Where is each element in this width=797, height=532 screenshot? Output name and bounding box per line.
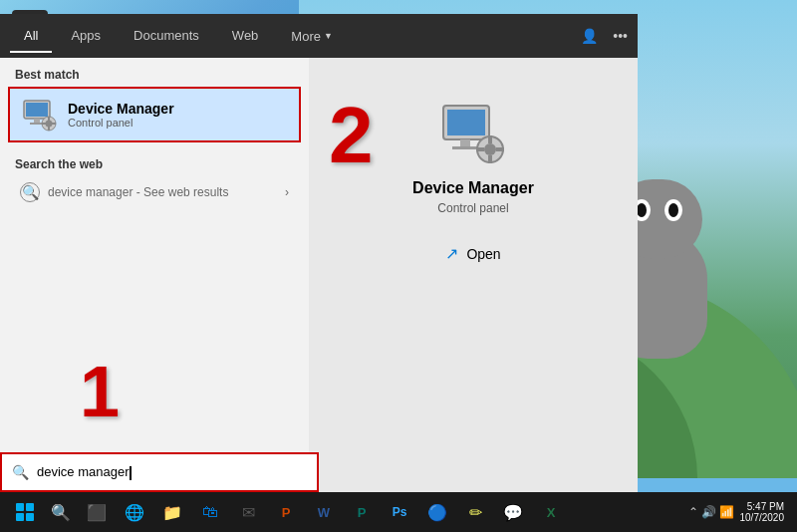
svg-point-5	[46, 121, 53, 128]
svg-rect-11	[447, 110, 485, 135]
chrome-icon[interactable]: 🔵	[419, 494, 455, 530]
right-app-name: Device Manager	[412, 179, 534, 197]
open-label: Open	[466, 246, 500, 262]
tab-more[interactable]: More ▼	[277, 21, 347, 52]
svg-rect-13	[452, 146, 478, 149]
excel-icon[interactable]: X	[533, 494, 569, 530]
publisher-icon[interactable]: P	[344, 494, 380, 530]
best-match-label: Best match	[0, 58, 309, 87]
open-icon: ↗	[445, 244, 458, 263]
tab-web[interactable]: Web	[218, 20, 273, 53]
svg-rect-2	[34, 119, 40, 123]
mail-icon[interactable]: ✉	[230, 494, 266, 530]
tab-documents[interactable]: Documents	[120, 20, 213, 53]
device-manager-icon	[22, 97, 58, 133]
best-match-text: Device Manager Control panel	[68, 101, 174, 129]
menu-tabs-right: 👤 •••	[581, 28, 628, 44]
right-arrow-icon: ›	[285, 185, 289, 199]
chevron-down-icon: ▼	[324, 31, 333, 41]
search-icon: 🔍	[12, 464, 29, 480]
pen-icon[interactable]: ✏	[457, 494, 493, 530]
search-input-value[interactable]: device manager	[37, 464, 307, 480]
file-explorer-icon[interactable]: 📁	[154, 494, 190, 530]
tab-apps[interactable]: Apps	[57, 20, 115, 53]
svg-rect-6	[48, 117, 50, 121]
taskbar-clock[interactable]: 5:47 PM 10/7/2020	[740, 501, 785, 523]
edge-icon[interactable]: 🌐	[117, 494, 152, 530]
svg-rect-16	[488, 135, 492, 143]
taskbar-right: ⌃ 🔊 📶 5:47 PM 10/7/2020	[688, 501, 792, 523]
left-panel: Best match	[0, 58, 309, 492]
wechat-icon[interactable]: 💬	[495, 494, 531, 530]
store-icon[interactable]: 🛍	[192, 494, 228, 530]
system-tray-icons: ⌃ 🔊 📶	[688, 505, 735, 519]
svg-rect-9	[52, 123, 56, 125]
menu-content: Best match	[0, 58, 638, 492]
user-icon[interactable]: 👤	[581, 28, 598, 44]
task-view-icon[interactable]: ⬛	[79, 494, 115, 530]
start-menu: All Apps Documents Web More ▼ 👤 ••• Best…	[0, 14, 638, 492]
web-search-section: Search the web 🔍 device manager - See we…	[0, 147, 309, 213]
svg-rect-17	[488, 155, 492, 163]
svg-point-15	[484, 143, 496, 155]
taskbar-search-icon[interactable]: 🔍	[45, 496, 77, 528]
right-app-subtitle: Control panel	[437, 201, 508, 215]
svg-rect-12	[460, 139, 470, 146]
ellipsis-icon[interactable]: •••	[613, 28, 628, 44]
open-button[interactable]: ↗ Open	[437, 240, 508, 267]
svg-rect-7	[48, 127, 50, 131]
menu-tabs: All Apps Documents Web More ▼ 👤 •••	[0, 14, 638, 58]
word-icon[interactable]: W	[306, 494, 342, 530]
taskbar: 🔍 ⬛ 🌐 📁 🛍 ✉ P W P Ps 🔵 ✏ 💬 X ⌃ 🔊 📶 5:47 …	[0, 492, 797, 532]
right-panel: Device Manager Control panel ↗ Open	[309, 58, 638, 492]
right-app-icon	[438, 98, 508, 167]
search-bar[interactable]: 🔍 device manager	[0, 452, 319, 492]
taskbar-icons: ⬛ 🌐 📁 🛍 ✉ P W P Ps 🔵 ✏ 💬 X	[79, 494, 569, 530]
web-search-item[interactable]: 🔍 device manager - See web results ›	[15, 176, 294, 208]
svg-rect-1	[26, 103, 48, 117]
web-search-label: Search the web	[15, 157, 294, 171]
windows-logo-icon	[16, 503, 34, 521]
tab-all[interactable]: All	[10, 20, 52, 53]
svg-rect-18	[476, 147, 484, 151]
web-search-text: device manager - See web results	[48, 185, 285, 199]
svg-rect-19	[496, 147, 504, 151]
best-match-item[interactable]: Device Manager Control panel	[8, 87, 301, 142]
search-circle-icon: 🔍	[20, 182, 40, 202]
powerpoint-icon[interactable]: P	[268, 494, 304, 530]
svg-rect-8	[42, 123, 46, 125]
start-button[interactable]	[5, 492, 45, 532]
photoshop-icon[interactable]: Ps	[382, 494, 417, 530]
desktop: 📷 Cam... G Goo... 🔵 Chr... M Micr... W W…	[0, 0, 797, 532]
